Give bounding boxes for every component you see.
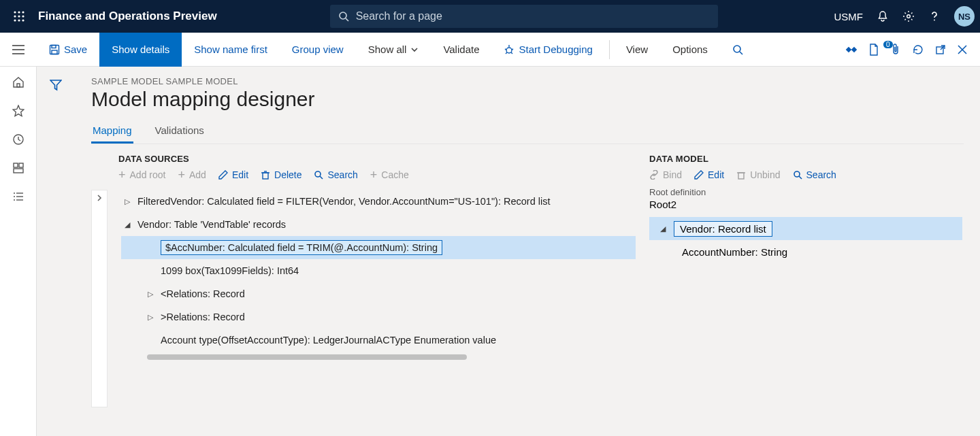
search-button[interactable]: Search xyxy=(314,169,357,180)
app-launcher-icon[interactable] xyxy=(5,10,33,22)
validate-button[interactable]: Validate xyxy=(431,33,491,67)
bind-button[interactable]: Bind xyxy=(649,169,682,180)
save-icon xyxy=(49,44,60,55)
popout-icon[interactable] xyxy=(935,44,946,55)
start-debugging-button[interactable]: Start Debugging xyxy=(491,33,604,67)
expand-icon[interactable]: ▷ xyxy=(144,313,157,322)
global-search-input[interactable]: Search for a page xyxy=(330,5,718,28)
expand-icon[interactable]: ▷ xyxy=(121,197,133,206)
svg-line-10 xyxy=(346,18,348,21)
app-name: Finance and Operations Preview xyxy=(38,10,217,23)
cmdbar-search-button[interactable] xyxy=(720,33,755,67)
doc-icon[interactable] xyxy=(868,44,879,56)
svg-point-49 xyxy=(315,171,321,177)
svg-point-19 xyxy=(506,48,512,53)
search-icon xyxy=(314,170,323,180)
tree-row[interactable]: Account type(OffsetAccountType): LedgerJ… xyxy=(121,329,636,352)
tab-validations[interactable]: Validations xyxy=(154,120,206,144)
nav-hamburger-icon[interactable] xyxy=(0,45,37,54)
page-title: Model mapping designer xyxy=(91,88,964,111)
svg-line-23 xyxy=(506,52,507,54)
show-name-first-button[interactable]: Show name first xyxy=(182,33,280,67)
notifications-icon[interactable] xyxy=(877,10,889,22)
svg-rect-38 xyxy=(14,169,23,173)
data-sources-heading: DATA SOURCES xyxy=(118,154,636,164)
company-label[interactable]: USMF xyxy=(834,11,864,22)
trash-icon xyxy=(261,170,270,180)
svg-rect-33 xyxy=(17,84,20,87)
svg-point-8 xyxy=(22,19,24,21)
svg-point-9 xyxy=(340,12,346,19)
recent-icon[interactable] xyxy=(12,133,24,146)
cache-button[interactable]: +Cache xyxy=(370,169,409,180)
root-definition-label: Root definition xyxy=(649,187,964,197)
svg-rect-28 xyxy=(851,46,857,52)
svg-point-7 xyxy=(18,19,20,21)
tree-row[interactable]: 1099 box(Tax1099Fields): Int64 xyxy=(121,259,636,282)
search-icon xyxy=(338,11,349,22)
attachment-icon[interactable]: 0 xyxy=(890,44,901,56)
save-button[interactable]: Save xyxy=(37,33,99,67)
trash-icon xyxy=(736,170,746,180)
add-root-button[interactable]: +Add root xyxy=(118,169,165,180)
tree-row[interactable]: ▷ FilteredVendor: Calculated field = FIL… xyxy=(121,190,636,213)
view-menu[interactable]: View xyxy=(614,33,660,67)
tree-row-selected[interactable]: $AccNumber: Calculated field = TRIM(@.Ac… xyxy=(121,236,636,259)
svg-line-26 xyxy=(740,52,742,54)
svg-point-11 xyxy=(907,15,911,18)
tree-row[interactable]: ◢ Vendor: Table 'VendTable' records xyxy=(121,213,636,236)
root-definition-value[interactable]: Root2 xyxy=(649,199,964,210)
filter-icon[interactable] xyxy=(50,79,62,91)
horizontal-scrollbar[interactable] xyxy=(147,354,467,360)
svg-point-0 xyxy=(14,11,16,13)
svg-line-24 xyxy=(511,52,512,54)
dm-search-button[interactable]: Search xyxy=(793,169,836,180)
show-details-button[interactable]: Show details xyxy=(99,33,182,67)
close-icon[interactable] xyxy=(957,44,968,55)
svg-rect-37 xyxy=(19,163,23,167)
delete-button[interactable]: Delete xyxy=(261,169,301,180)
tree-row[interactable]: ▷ <Relations: Record xyxy=(121,282,636,305)
options-menu[interactable]: Options xyxy=(660,33,720,67)
edit-button[interactable]: Edit xyxy=(218,169,248,180)
show-all-dropdown[interactable]: Show all xyxy=(356,33,431,67)
collapse-icon[interactable]: ◢ xyxy=(121,220,133,229)
refresh-icon[interactable] xyxy=(912,44,924,56)
link-icon xyxy=(649,170,659,180)
svg-rect-51 xyxy=(738,173,744,179)
favorite-icon[interactable] xyxy=(12,105,24,117)
svg-point-3 xyxy=(14,15,16,17)
svg-point-53 xyxy=(794,171,800,177)
dm-tree-row-selected[interactable]: ◢ Vendor: Record list xyxy=(649,217,962,240)
tab-mapping[interactable]: Mapping xyxy=(91,120,133,144)
chevron-down-icon xyxy=(410,46,419,54)
search-icon xyxy=(732,44,743,55)
dm-tree-row[interactable]: AccountNumber: String xyxy=(649,240,964,263)
avatar[interactable]: NS xyxy=(954,6,975,27)
add-button[interactable]: +Add xyxy=(178,169,206,180)
group-view-button[interactable]: Group view xyxy=(280,33,356,67)
dm-edit-button[interactable]: Edit xyxy=(694,169,724,180)
svg-marker-34 xyxy=(13,105,24,116)
extension-icon[interactable] xyxy=(845,44,858,56)
pane-expand-handle[interactable] xyxy=(91,190,108,407)
settings-icon[interactable] xyxy=(902,10,915,22)
svg-point-1 xyxy=(18,11,20,13)
tree-row[interactable]: ▷ >Relations: Record xyxy=(121,305,636,329)
modules-icon[interactable] xyxy=(12,190,24,203)
help-icon[interactable] xyxy=(928,10,941,22)
breadcrumb: SAMPLE MODEL SAMPLE MODEL xyxy=(91,76,964,86)
home-icon[interactable] xyxy=(12,76,24,88)
svg-line-50 xyxy=(320,176,323,179)
svg-point-12 xyxy=(934,20,935,21)
search-icon xyxy=(793,170,802,180)
attachment-badge: 0 xyxy=(883,41,893,48)
pencil-icon xyxy=(694,170,704,180)
collapse-icon[interactable]: ◢ xyxy=(656,224,670,233)
svg-point-25 xyxy=(734,46,740,52)
svg-rect-46 xyxy=(263,173,268,179)
unbind-button[interactable]: Unbind xyxy=(736,169,780,180)
expand-icon[interactable]: ▷ xyxy=(144,290,157,299)
svg-point-2 xyxy=(22,11,24,13)
workspace-icon[interactable] xyxy=(12,162,24,174)
